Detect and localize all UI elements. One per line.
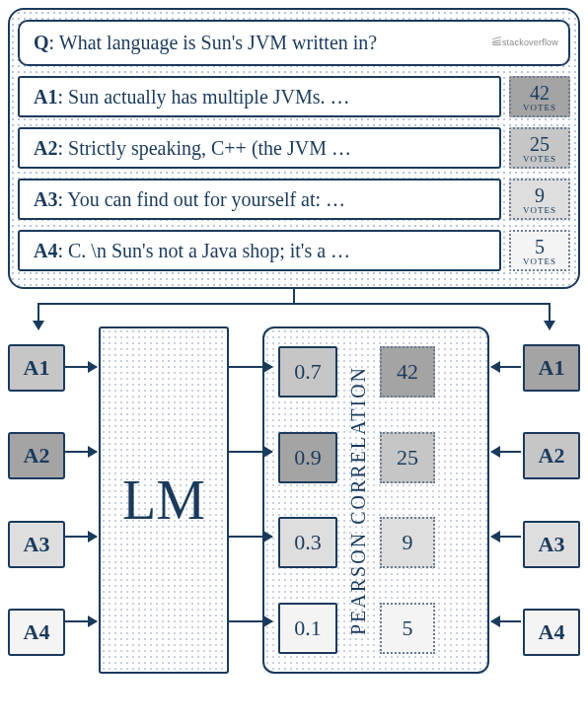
arrow-right-icon <box>65 620 97 622</box>
arrow-right-icon <box>65 536 97 538</box>
pearson-vote-column: 42 25 9 5 <box>380 342 435 658</box>
arrow-left-icon <box>491 366 521 368</box>
score-3: 0.3 <box>278 517 337 568</box>
question-row: Q: What language is Sun's JVM written in… <box>18 20 570 66</box>
vote-label-1: VOTES <box>523 103 556 112</box>
vote-box-3: 9 VOTES <box>509 179 570 220</box>
arrow-right-icon <box>65 451 97 453</box>
arrow-right-icon <box>229 536 272 538</box>
vote-box-2: 25 VOTES <box>509 127 570 169</box>
score-1: 0.7 <box>278 346 337 398</box>
answer-row-1: A1: Sun actually has multiple JVMs. … 42… <box>18 76 570 117</box>
question-box: Q: What language is Sun's JVM written in… <box>18 20 570 66</box>
vote-count-3: 9 <box>535 184 545 207</box>
score-4: 0.1 <box>278 603 337 654</box>
arrow-left-icon <box>491 451 521 453</box>
answer-id-2: A2 <box>34 137 57 159</box>
source-label: stackoverflow <box>502 37 558 47</box>
left-id-column: A1 A2 A3 A4 <box>8 326 65 674</box>
stackoverflow-icon <box>492 37 501 46</box>
question-body: What language is Sun's JVM written in? <box>59 32 377 53</box>
answer-row-3: A3: You can find out for yourself at: … … <box>18 179 570 220</box>
left-id-3: A3 <box>8 521 65 568</box>
connector <box>8 289 580 326</box>
pearson-vote-4: 5 <box>380 603 435 654</box>
vote-box-1: 42 VOTES <box>509 76 570 117</box>
bottom-section: A1 A2 A3 A4 LM 0.7 0.9 0.3 0.1 PEARSON C… <box>8 326 580 674</box>
qa-panel: Q: What language is Sun's JVM written in… <box>8 8 580 289</box>
pearson-vote-1: 42 <box>380 346 435 398</box>
connector-drop-left <box>37 303 39 321</box>
vote-label-4: VOTES <box>523 256 556 266</box>
connector-bar <box>37 303 551 305</box>
stackoverflow-logo: stackoverflow <box>492 36 558 48</box>
arrow-left-icon <box>491 536 521 538</box>
right-id-1: A1 <box>523 344 580 392</box>
question-text: Q: What language is Sun's JVM written in… <box>34 30 492 56</box>
lm-box: LM <box>99 326 229 674</box>
lm-label: LM <box>122 469 205 532</box>
pearson-vote-3: 9 <box>380 517 435 568</box>
answer-text-4: C. \n Sun's not a Java shop; it's a … <box>68 240 350 261</box>
answer-box-4: A4: C. \n Sun's not a Java shop; it's a … <box>18 230 501 271</box>
answer-box-1: A1: Sun actually has multiple JVMs. … <box>18 76 501 117</box>
score-column: 0.7 0.9 0.3 0.1 <box>278 342 337 658</box>
vote-count-2: 25 <box>530 133 550 156</box>
arrow-right-icon <box>229 366 272 368</box>
connector-stem <box>293 289 295 303</box>
right-id-4: A4 <box>523 609 580 656</box>
vote-box-4: 5 VOTES <box>509 230 570 271</box>
right-id-column: A1 A2 A3 A4 <box>523 326 580 674</box>
vote-label-3: VOTES <box>523 205 556 215</box>
arrow-left-icon <box>491 620 521 622</box>
answer-text-1: Sun actually has multiple JVMs. … <box>68 86 350 108</box>
right-id-2: A2 <box>523 432 580 479</box>
left-id-1: A1 <box>8 344 65 392</box>
question-prefix: Q <box>34 32 49 53</box>
pearson-vote-2: 25 <box>380 432 435 483</box>
vote-label-2: VOTES <box>523 154 556 164</box>
pearson-box: 0.7 0.9 0.3 0.1 PEARSON CORRELATION 42 2… <box>262 326 489 674</box>
arrow-right-icon <box>229 620 272 622</box>
answer-text-3: You can find out for yourself at: … <box>67 188 345 210</box>
score-2: 0.9 <box>278 432 337 483</box>
arrow-right-icon <box>229 451 272 453</box>
vote-count-1: 42 <box>530 82 550 105</box>
answer-text-2: Strictly speaking, C++ (the JVM … <box>68 137 351 159</box>
answer-id-4: A4 <box>34 240 57 261</box>
pearson-label: PEARSON CORRELATION <box>347 342 370 658</box>
answer-id-3: A3 <box>34 188 57 210</box>
connector-drop-right <box>549 303 551 321</box>
answer-row-4: A4: C. \n Sun's not a Java shop; it's a … <box>18 230 570 271</box>
answer-box-3: A3: You can find out for yourself at: … <box>18 179 501 220</box>
answer-row-2: A2: Strictly speaking, C++ (the JVM … 25… <box>18 127 570 169</box>
left-id-2: A2 <box>8 432 65 479</box>
vote-count-4: 5 <box>535 236 545 258</box>
arrow-right-icon <box>65 366 97 368</box>
answer-id-1: A1 <box>34 86 57 108</box>
answer-box-2: A2: Strictly speaking, C++ (the JVM … <box>18 127 501 169</box>
left-id-4: A4 <box>8 609 65 656</box>
right-id-3: A3 <box>523 521 580 568</box>
